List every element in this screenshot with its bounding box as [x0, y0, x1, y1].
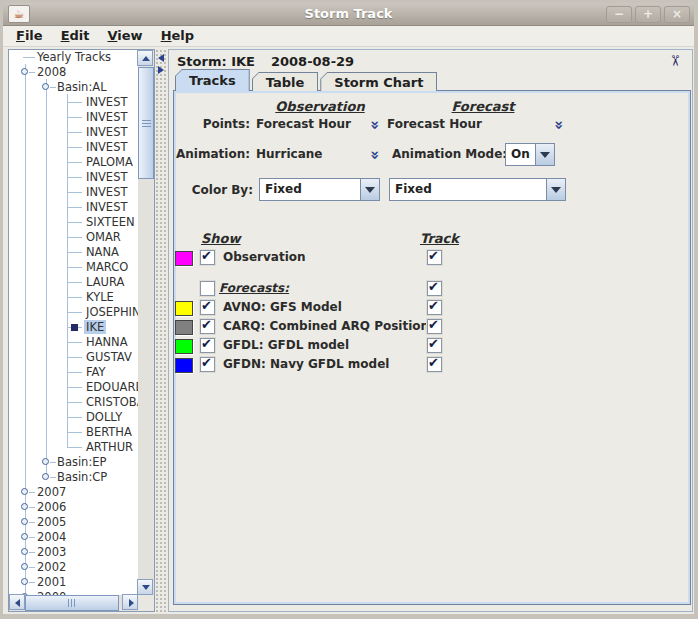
- scroll-left-button[interactable]: [9, 594, 25, 610]
- dropdown-arrow-button[interactable]: [360, 179, 379, 200]
- color-swatch-button[interactable]: [175, 358, 193, 373]
- tree-item-basin-al[interactable]: Basin:AL: [9, 80, 109, 95]
- show-checkbox[interactable]: [200, 281, 215, 296]
- show-checkbox[interactable]: ✔: [200, 357, 215, 372]
- close-button[interactable]: ×: [664, 6, 690, 23]
- tree-item-arthur[interactable]: ARTHUR: [9, 440, 135, 455]
- tree-item-label: Yearly Tracks: [35, 50, 113, 64]
- track-checkbox[interactable]: ✔: [427, 250, 442, 265]
- show-checkbox[interactable]: ✔: [200, 319, 215, 334]
- tree-item-2005[interactable]: 2005: [9, 515, 68, 530]
- tree-vertical-scrollbar[interactable]: [138, 50, 154, 595]
- tree-item-2006[interactable]: 2006: [9, 500, 68, 515]
- tree-item-ike[interactable]: IKE: [9, 320, 106, 335]
- tree-item-invest[interactable]: INVEST: [9, 125, 129, 140]
- show-checkbox[interactable]: ✔: [200, 300, 215, 315]
- color-swatch-button[interactable]: [175, 339, 193, 354]
- tree-item-invest[interactable]: INVEST: [9, 95, 129, 110]
- tree-item-invest[interactable]: INVEST: [9, 185, 129, 200]
- tab-storm-chart[interactable]: Storm Chart: [320, 72, 437, 91]
- dropdown-arrow-button[interactable]: [546, 179, 565, 200]
- scroll-right-button[interactable]: [122, 594, 138, 610]
- animation-mode-combobox[interactable]: On: [505, 143, 555, 166]
- track-checkbox[interactable]: ✔: [427, 357, 442, 372]
- tree-item-fay[interactable]: FAY: [9, 365, 108, 380]
- tree-item-2001[interactable]: 2001: [9, 575, 68, 590]
- color-swatch-button[interactable]: [175, 301, 193, 316]
- tree-item-bertha[interactable]: BERTHA: [9, 425, 134, 440]
- tree-item-label: MARCO: [84, 260, 130, 274]
- tree-viewport: Yearly Tracks2008Basin:ALINVESTINVESTINV…: [9, 50, 138, 595]
- tree-item-2002[interactable]: 2002: [9, 560, 68, 575]
- points-observation-expand-icon[interactable]: »: [369, 120, 381, 130]
- observation-column-header: Observation: [270, 99, 370, 114]
- color-by-observation-combobox[interactable]: Fixed: [259, 178, 380, 201]
- tree-item-basin-cp[interactable]: Basin:CP: [9, 470, 109, 485]
- scroll-up-button[interactable]: [137, 50, 153, 66]
- tree-item-label: SIXTEEN: [84, 215, 137, 229]
- menu-view[interactable]: View: [99, 27, 152, 45]
- color-swatch-button[interactable]: [175, 320, 193, 335]
- tree-item-nana[interactable]: NANA: [9, 245, 121, 260]
- tab-table[interactable]: Table: [252, 72, 319, 91]
- track-checkbox[interactable]: ✔: [427, 338, 442, 353]
- tree-item-basin-ep[interactable]: Basin:EP: [9, 455, 109, 470]
- tree-item-edouard[interactable]: EDOUARD: [9, 380, 138, 395]
- scrollbar-corner: [138, 595, 154, 611]
- tree-item-sixteen[interactable]: SIXTEEN: [9, 215, 137, 230]
- dropdown-arrow-button[interactable]: [535, 144, 554, 165]
- menu-file[interactable]: File: [7, 27, 52, 45]
- animation-label: Animation:: [174, 147, 250, 161]
- tree-item-2003[interactable]: 2003: [9, 545, 68, 560]
- show-column-header: Show: [201, 231, 241, 246]
- menu-edit[interactable]: Edit: [52, 27, 99, 45]
- color-by-forecast-combobox[interactable]: Fixed: [389, 178, 566, 201]
- points-forecast-expand-icon[interactable]: »: [553, 120, 565, 130]
- track-checkbox[interactable]: ✔: [427, 281, 442, 296]
- track-checkbox[interactable]: ✔: [427, 300, 442, 315]
- tree-item-cristobal[interactable]: CRISTOBAL: [9, 395, 138, 410]
- scroll-down-button[interactable]: [137, 579, 153, 595]
- tree-item-invest[interactable]: INVEST: [9, 140, 129, 155]
- tab-bar: TracksTableStorm Chart: [175, 69, 437, 91]
- split-pane-divider[interactable]: [155, 49, 168, 612]
- tree-item-omar[interactable]: OMAR: [9, 230, 123, 245]
- collapse-left-icon[interactable]: [158, 54, 164, 62]
- tree-item-gustav[interactable]: GUSTAV: [9, 350, 134, 365]
- color-swatch-button[interactable]: [175, 251, 193, 266]
- tree-item-marco[interactable]: MARCO: [9, 260, 130, 275]
- tree-item-label: INVEST: [84, 95, 129, 109]
- cut-scissors-icon[interactable]: ✂: [667, 55, 685, 68]
- tree-item-laura[interactable]: LAURA: [9, 275, 126, 290]
- tree-item-dolly[interactable]: DOLLY: [9, 410, 124, 425]
- tree-item-2004[interactable]: 2004: [9, 530, 68, 545]
- tree-item-label: 2004: [35, 530, 68, 544]
- tree-item-invest[interactable]: INVEST: [9, 110, 129, 125]
- tree-item-paloma[interactable]: PALOMA: [9, 155, 135, 170]
- menu-help[interactable]: Help: [152, 27, 203, 45]
- tab-tracks[interactable]: Tracks: [175, 69, 250, 91]
- collapse-right-icon[interactable]: [158, 66, 164, 74]
- maximize-button[interactable]: +: [635, 6, 661, 23]
- storm-date-label: 2008-08-29: [271, 54, 354, 69]
- tree-item-hanna[interactable]: HANNA: [9, 335, 130, 350]
- tree-item-invest[interactable]: INVEST: [9, 200, 129, 215]
- check-icon: ✔: [201, 336, 212, 351]
- track-checkbox[interactable]: ✔: [427, 319, 442, 334]
- tree-item-invest[interactable]: INVEST: [9, 170, 129, 185]
- animation-expand-icon[interactable]: »: [369, 150, 381, 160]
- thumb-grip: [68, 599, 77, 607]
- horizontal-scroll-thumb[interactable]: [25, 595, 119, 611]
- tree-horizontal-scrollbar[interactable]: [9, 595, 138, 611]
- tree-item-label: INVEST: [84, 110, 129, 124]
- tree-item-josephine[interactable]: JOSEPHINE: [9, 305, 138, 320]
- tree-item-yearly-tracks[interactable]: Yearly Tracks: [9, 50, 113, 65]
- show-checkbox[interactable]: ✔: [200, 250, 215, 265]
- show-checkbox[interactable]: ✔: [200, 338, 215, 353]
- tree-item-2008[interactable]: 2008: [9, 65, 68, 80]
- vertical-scroll-thumb[interactable]: [138, 67, 154, 179]
- tree-item-2007[interactable]: 2007: [9, 485, 68, 500]
- tree-item-kyle[interactable]: KYLE: [9, 290, 116, 305]
- tree-item-label: 2001: [35, 575, 68, 589]
- minimize-button[interactable]: −: [606, 6, 632, 23]
